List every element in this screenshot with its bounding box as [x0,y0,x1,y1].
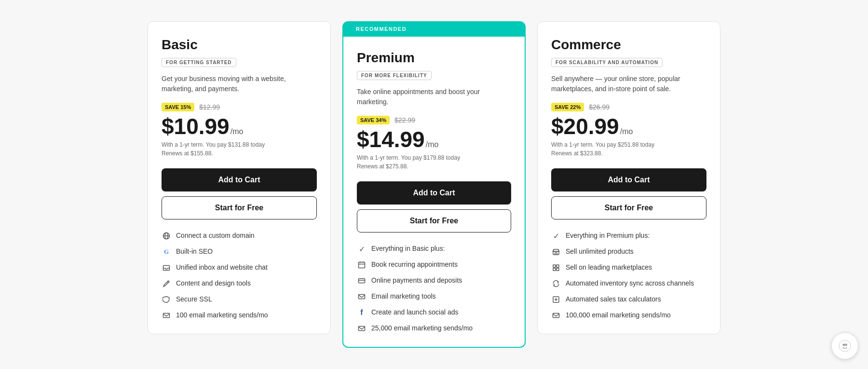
feature-text: Email marketing tools [371,292,436,301]
feature-text: Content and design tools [176,279,251,288]
feature-item: Sell on leading marketplaces [551,263,706,273]
save-badge-basic: SAVE 15% [162,103,194,111]
store-icon [551,247,561,257]
feature-item: Unified inbox and website chat [162,263,317,273]
save-badge-premium: SAVE 34% [357,116,390,124]
feature-item: 100 email marketing sends/mo [162,311,317,320]
email-icon [357,324,366,333]
globe-icon [162,231,171,241]
price-display-commerce: $20.99 /mo [551,115,706,137]
feature-text: Everything in Basic plus: [371,244,445,254]
recommended-label: RECOMMENDED [356,26,407,32]
feature-item: Sell unlimited products [551,247,706,257]
plan-tag-premium: For More Flexibility [357,71,432,80]
feature-item: Connect a custom domain [162,231,317,241]
svg-rect-5 [359,262,365,268]
feature-item: Content and design tools [162,279,317,288]
payment-icon [357,276,366,286]
price-period-commerce: /mo [620,127,633,136]
price-note-commerce: With a 1-yr term. You pay $251.88 today … [551,140,706,158]
plan-description-commerce: Sell anywhere — your online store, popul… [551,74,706,94]
marketplace-icon [551,263,561,273]
start-free-button-premium[interactable]: Start for Free [357,209,511,232]
save-badge-commerce: SAVE 22% [551,103,584,111]
feature-text: Sell on leading marketplaces [566,263,652,273]
feature-item: 25,000 email marketing sends/mo [357,324,511,333]
design-icon [162,279,171,288]
add-to-cart-button-basic[interactable]: Add to Cart [162,168,317,191]
price-note-premium: With a 1-yr term. You pay $179.88 today … [357,153,511,171]
feature-text: Connect a custom domain [176,231,255,241]
feature-text: Built-in SEO [176,247,213,257]
price-display-basic: $10.99 /mo [162,115,317,137]
pricing-container: Basic For Getting Started Get your busin… [96,2,772,367]
feature-item: ✓ Everything in Premium plus: [551,231,706,241]
add-to-cart-button-commerce[interactable]: Add to Cart [551,168,706,191]
feature-text: 25,000 email marketing sends/mo [371,324,473,333]
chat-button[interactable] [831,332,858,359]
feature-item: Book recurring appointments [357,260,511,270]
inbox-icon [162,263,171,273]
feature-text: Secure SSL [176,295,212,304]
pricing-row-premium: SAVE 34% $22.99 [357,116,511,124]
sync-icon [551,279,561,288]
add-to-cart-button-premium[interactable]: Add to Cart [357,181,511,205]
email-icon [357,292,366,301]
svg-rect-17 [556,268,559,271]
svg-rect-16 [553,268,556,271]
tax-icon [551,295,561,304]
svg-point-23 [843,344,844,345]
feature-item: Email marketing tools [357,292,511,301]
recommended-badge-bar: RECOMMENDED [342,21,526,37]
svg-rect-11 [359,295,365,299]
price-note-basic: With a 1-yr term. You pay $131.88 today … [162,140,317,158]
plan-name-premium: Premium [357,50,511,66]
feature-item: Online payments and deposits [357,276,511,286]
features-list-basic: Connect a custom domain G Built-in SEO U… [162,231,317,320]
feature-text: Sell unlimited products [566,247,634,257]
feature-item: Automated inventory sync across channels [551,279,706,288]
pricing-row-commerce: SAVE 22% $26.99 [551,103,706,111]
plan-card-premium: Premium For More Flexibility Take online… [342,37,526,348]
feature-text: Unified inbox and website chat [176,263,268,273]
svg-rect-14 [553,265,556,267]
original-price-basic: $12.99 [199,103,220,111]
start-free-button-commerce[interactable]: Start for Free [551,196,706,219]
plan-name-basic: Basic [162,37,317,53]
price-amount-commerce: $20.99 [551,115,619,137]
features-list-premium: ✓ Everything in Basic plus: Book recurri… [357,244,511,333]
plan-description-premium: Take online appointments and boost your … [357,87,511,107]
svg-point-25 [846,344,847,345]
feature-text: Book recurring appointments [371,260,458,270]
feature-text: Everything in Premium plus: [566,231,650,241]
shield-icon [162,295,171,304]
feature-text: 100 email marketing sends/mo [176,311,268,320]
feature-item: 100,000 email marketing sends/mo [551,311,706,320]
feature-text: 100,000 email marketing sends/mo [566,311,671,320]
feature-text: Automated sales tax calculators [566,295,661,304]
plan-name-commerce: Commerce [551,37,706,53]
original-price-commerce: $26.99 [589,103,610,111]
plan-card-basic: Basic For Getting Started Get your busin… [148,21,331,334]
plan-tag-commerce: For Scalability and Automation [551,58,663,67]
svg-rect-9 [359,279,365,283]
price-period-basic: /mo [231,127,244,136]
feature-item: f Create and launch social ads [357,308,511,317]
svg-rect-15 [556,265,559,267]
feature-item: Automated sales tax calculators [551,295,706,304]
price-display-premium: $14.99 /mo [357,128,511,150]
plan-tag-basic: For Getting Started [162,58,236,67]
price-amount-basic: $10.99 [162,115,230,137]
feature-text: Automated inventory sync across channels [566,279,694,288]
facebook-icon: f [357,308,366,317]
start-free-button-basic[interactable]: Start for Free [162,196,317,219]
price-period-premium: /mo [426,140,439,149]
plan-card-commerce: Commerce For Scalability and Automation … [537,21,720,334]
check-icon: ✓ [357,244,366,254]
feature-item: G Built-in SEO [162,247,317,257]
plan-card-premium-wrapper: RECOMMENDED Premium For More Flexibility… [342,21,526,348]
price-amount-premium: $14.99 [357,128,425,150]
svg-rect-21 [553,314,559,318]
email-icon [551,311,561,320]
calendar-icon [357,260,366,270]
